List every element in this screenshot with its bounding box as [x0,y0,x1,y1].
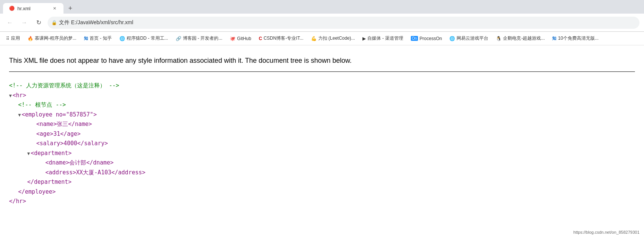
xml-hr-close: </hr> [9,197,26,206]
bookmark-zhihu[interactable]: 知 首页 - 知乎 [81,34,115,43]
mianfei-icon: 知 [552,36,556,41]
tab-close-button[interactable]: ✕ [51,5,57,11]
bookmark-mianfei-label: 10个免费高清无版... [558,35,598,42]
wangyiyun-icon: 🌐 [449,36,455,41]
xml-line-employee-close: </employee> [9,187,635,197]
xml-line-address: <address>XX大厦-A103</address> [9,168,635,178]
bookmarks-bar: ⠿ 应用 🔥 慕课网-程序员的梦... 知 首页 - 知乎 🌐 程序猿DD - … [0,32,644,45]
bookmark-mooc-label: 慕课网-程序员的梦... [35,35,76,42]
address-input[interactable]: 文件 E:/JavaWeb/xml/src/hr.xml [48,17,639,29]
bookmark-processon[interactable]: On ProcessOn [408,34,445,43]
bookmark-qipao-label: 企鹅电竞-超越游戏... [503,35,545,42]
bookmark-leetcode[interactable]: 💪 力扣 (LeetCode)... [308,34,358,43]
xml-dname-tag: <dname>会计部</dname> [45,158,113,168]
refresh-button[interactable]: ↻ [33,17,44,28]
bookmark-zimeiti[interactable]: ▶ 自媒体 - 渠道管理 [359,34,406,43]
browser-frame: 🔴 hr.xml ✕ + ← → ↻ 🔒 文件 E:/JavaWeb/xml/s… [0,0,644,236]
xml-line-name: <name>张三</name> [9,120,635,129]
page-content: This XML file does not appear to have an… [0,45,644,236]
xml-employee-close: </employee> [18,187,56,197]
back-button[interactable]: ← [5,17,15,28]
address-bar: ← → ↻ 🔒 文件 E:/JavaWeb/xml/src/hr.xml [0,14,644,32]
forward-button[interactable]: → [19,17,29,28]
status-bar-url: https://blog.csdn.net/on_858279301 [573,230,639,234]
bookmark-zhihu-label: 首页 - 知乎 [90,35,112,42]
zhihu-icon: 知 [84,36,88,41]
bookmark-chengxuyuan[interactable]: 🌐 程序猿DD - 常用工... [116,34,171,43]
xml-line-hr-open: ▼ <hr> [9,91,635,101]
xml-address-tag: <address>XX大厦-A103</address> [45,168,146,178]
bookmark-bokeyuan[interactable]: 🔗 博客园 - 开发者的... [173,34,226,43]
bookmark-apps-label: 应用 [11,35,20,42]
mooc-icon: 🔥 [28,36,33,41]
bookmark-chengxuyuan-label: 程序猿DD - 常用工... [127,35,168,42]
bookmark-leetcode-label: 力扣 (LeetCode)... [318,35,355,42]
bookmark-qipao[interactable]: 🐧 企鹅电竞-超越游戏... [493,34,548,43]
qipao-icon: 🐧 [496,36,502,41]
xml-line-comment2: <!-- 根节点 --> [9,100,635,110]
bookmark-github-label: GitHub [237,36,251,41]
tab-title: hr.xml [17,6,31,11]
xml-line-comment1: <!-- 人力资源管理系统（这是注释） --> [9,81,635,91]
browser-tab[interactable]: 🔴 hr.xml ✕ [3,3,63,14]
lock-icon: 🔒 [51,20,57,25]
address-wrapper: 🔒 文件 E:/JavaWeb/xml/src/hr.xml [48,17,639,29]
chengxuyuan-icon: 🌐 [119,36,125,41]
employee-toggle[interactable]: ▼ [18,111,21,119]
bookmark-csdn-label: CSDN博客-专业IT... [263,35,303,42]
xml-employee-open: <employee no="857857"> [22,110,97,120]
bookmark-wangyiyun[interactable]: 🌐 网易云游戏平台 [446,34,491,43]
bookmark-csdn[interactable]: C CSDN博客-专业IT... [256,34,307,43]
xml-comment1: <!-- 人力资源管理系统（这是注释） --> [9,81,119,91]
apps-icon: ⠿ [6,36,9,41]
xml-line-hr-close: </hr> [9,197,635,206]
zimeiti-icon: ▶ [362,36,366,41]
tab-bar: 🔴 hr.xml ✕ + [0,0,644,14]
bookmark-mooc[interactable]: 🔥 慕课网-程序员的梦... [25,34,79,43]
xml-line-salary: <salary>4000</salary> [9,139,635,149]
xml-name-tag: <name>张三</name> [36,120,92,129]
xml-line-employee-open: ▼ <employee no="857857"> [9,110,635,120]
xml-age-tag: <age>31</age> [36,129,80,139]
bookmark-bokeyuan-label: 博客园 - 开发者的... [183,35,223,42]
bookmark-processon-label: ProcessOn [420,36,442,41]
xml-notice: This XML file does not appear to have an… [9,51,635,72]
xml-department-close: </department> [27,177,71,187]
csdn-icon: C [259,36,262,41]
github-icon: 🐙 [230,36,235,41]
new-tab-button[interactable]: + [65,3,76,14]
xml-line-dname: <dname>会计部</dname> [9,158,635,168]
bookmark-apps[interactable]: ⠿ 应用 [3,34,23,43]
bokeyuan-icon: 🔗 [176,36,181,41]
bookmark-github[interactable]: 🐙 GitHub [227,34,254,43]
xml-comment2: <!-- 根节点 --> [18,100,66,110]
xml-department-open: <department> [31,149,71,158]
xml-line-department-close: </department> [9,177,635,187]
department-toggle[interactable]: ▼ [27,150,30,157]
xml-line-age: <age>31</age> [9,129,635,139]
xml-viewer: <!-- 人力资源管理系统（这是注释） --> ▼ <hr> <!-- 根节点 … [9,78,635,210]
tab-favicon: 🔴 [9,6,14,11]
bookmark-zimeiti-label: 自媒体 - 渠道管理 [367,35,403,42]
bookmark-wangyiyun-label: 网易云游戏平台 [457,35,488,42]
processon-icon: On [411,36,418,41]
xml-line-department-open: ▼ <department> [9,149,635,158]
xml-hr-open: <hr> [12,91,26,101]
hr-toggle[interactable]: ▼ [9,92,12,99]
bookmark-mianfei[interactable]: 知 10个免费高清无版... [549,34,601,43]
leetcode-icon: 💪 [311,36,317,41]
xml-salary-tag: <salary>4000</salary> [36,139,108,149]
